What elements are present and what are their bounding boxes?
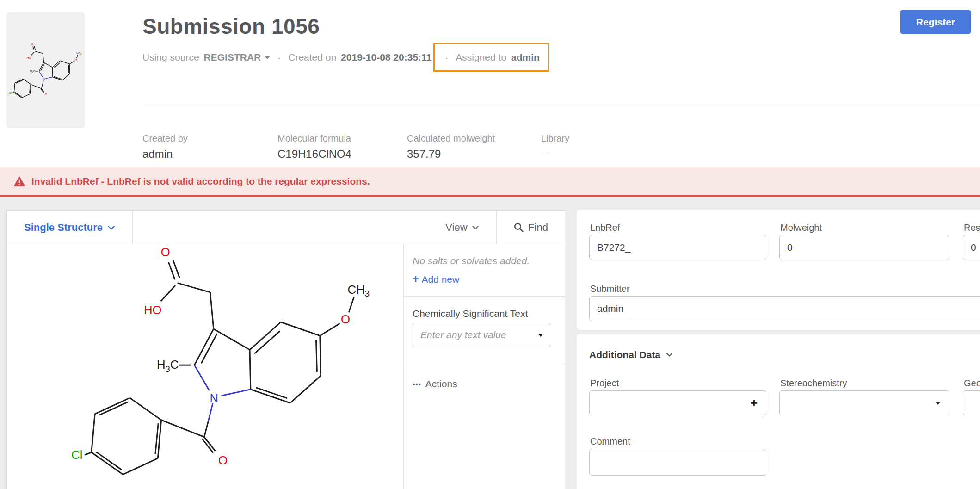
- geo-dropdown[interactable]: [963, 390, 980, 415]
- actions-button[interactable]: ••• Actions: [413, 378, 457, 390]
- structure-canvas[interactable]: [7, 244, 403, 489]
- restriction-input[interactable]: [963, 235, 980, 260]
- chevron-down-icon: [265, 56, 270, 59]
- stat-library: Library --: [541, 133, 569, 161]
- caret-down-icon: [538, 334, 543, 337]
- comment-input[interactable]: [589, 449, 766, 476]
- stat-calculated-molweight: Calculated molweight 357.79: [407, 133, 495, 161]
- dot-separator: ·: [277, 52, 281, 63]
- source-dropdown[interactable]: REGISTRAR: [204, 52, 271, 63]
- molweight-input[interactable]: [779, 235, 949, 260]
- salts-empty-text: No salts or solvates added.: [413, 255, 530, 266]
- cst-dropdown[interactable]: Enter any text value: [413, 323, 551, 347]
- cst-label: Chemically Significant Text: [413, 308, 528, 319]
- structure-drawing: [7, 244, 403, 489]
- additional-data-toggle[interactable]: Additional Data: [589, 349, 673, 360]
- find-button[interactable]: Find: [497, 211, 565, 244]
- structure-thumbnail-image: [8, 15, 83, 125]
- validation-error-banner: ! Invalid LnbRef - LnbRef is not valid a…: [0, 167, 980, 197]
- project-picker[interactable]: +: [589, 390, 766, 415]
- plus-icon: +: [413, 273, 419, 285]
- add-salt-button[interactable]: +Add new: [413, 273, 459, 285]
- assigned-to-label: Assigned to: [456, 52, 506, 63]
- assigned-to-highlight-box: · Assigned to admin: [433, 43, 549, 72]
- ellipsis-icon: •••: [413, 380, 421, 388]
- search-icon: [514, 223, 524, 233]
- chevron-down-icon: [472, 225, 479, 230]
- stat-label: Calculated molweight: [407, 133, 495, 144]
- cst-placeholder: Enter any text value: [420, 329, 538, 340]
- source-value: REGISTRAR: [204, 52, 261, 63]
- stat-created-by: Created by admin: [142, 133, 188, 161]
- caret-down-icon: [935, 402, 941, 405]
- page-title: Submission 1056: [142, 14, 320, 39]
- header-divider: [142, 107, 980, 107]
- structure-card: Single Structure View Find: [6, 210, 565, 489]
- stat-value: C19H16ClNO4: [277, 148, 351, 161]
- view-label: View: [445, 222, 467, 234]
- lnbref-input[interactable]: [589, 235, 766, 260]
- restriction-label: Rest: [964, 223, 980, 233]
- comment-label: Comment: [590, 436, 630, 447]
- register-button[interactable]: Register: [900, 10, 971, 34]
- stereochemistry-dropdown[interactable]: [779, 390, 949, 415]
- stat-value: --: [541, 148, 569, 161]
- stat-label: Created by: [142, 133, 188, 144]
- stat-value: 357.79: [407, 148, 495, 161]
- salts-section: No salts or solvates added. +Add new: [404, 244, 565, 297]
- compound-registration-app: Submission 1056 Using source REGISTRAR ·…: [0, 0, 980, 489]
- project-label: Project: [590, 378, 619, 389]
- registration-form-card: LnbRef Molweight Rest Submitter: [577, 210, 980, 330]
- error-message: Invalid LnbRef - LnbRef is not valid acc…: [31, 176, 370, 187]
- using-source-label: Using source: [142, 52, 199, 63]
- structure-type-dropdown[interactable]: Single Structure: [7, 211, 133, 244]
- structure-toolbar: Single Structure View Find: [7, 211, 565, 244]
- stat-label: Molecular formula: [277, 133, 351, 144]
- stereochemistry-label: Stereochemistry: [780, 378, 847, 389]
- add-salt-label: Add new: [421, 274, 459, 285]
- submitter-label: Submitter: [590, 284, 630, 294]
- chevron-down-icon: [107, 225, 115, 230]
- view-dropdown[interactable]: View: [429, 211, 496, 244]
- created-on-label: Created on: [288, 52, 336, 63]
- lnbref-label: LnbRef: [590, 223, 620, 233]
- stat-label: Library: [541, 133, 569, 144]
- chevron-down-icon: [666, 353, 673, 357]
- chemically-significant-text-section: Chemically Significant Text Enter any te…: [404, 297, 565, 365]
- stat-molecular-formula: Molecular formula C19H16ClNO4: [277, 133, 351, 161]
- submission-meta-line: Using source REGISTRAR · Created on 2019…: [142, 46, 549, 68]
- svg-text:!: !: [18, 179, 20, 186]
- assigned-to-value: admin: [511, 52, 540, 63]
- find-label: Find: [528, 222, 548, 234]
- actions-label: Actions: [425, 378, 457, 390]
- structure-side-panel: No salts or solvates added. +Add new Che…: [403, 244, 565, 489]
- created-on-value: 2019-10-08 20:35:11: [341, 52, 431, 63]
- structure-type-label: Single Structure: [24, 222, 103, 234]
- submitter-input[interactable]: [589, 296, 980, 321]
- structure-thumbnail[interactable]: [6, 12, 85, 128]
- geo-label: Geo: [964, 378, 980, 389]
- stat-value: admin: [142, 148, 188, 161]
- warning-icon: !: [13, 175, 26, 187]
- dot-separator: ·: [445, 52, 448, 63]
- additional-data-label: Additional Data: [589, 349, 660, 360]
- additional-data-card: Additional Data Project + Stereochemistr…: [577, 334, 980, 489]
- submission-header: Submission 1056 Using source REGISTRAR ·…: [0, 0, 980, 167]
- plus-icon: +: [751, 397, 758, 409]
- molweight-label: Molweight: [780, 223, 822, 233]
